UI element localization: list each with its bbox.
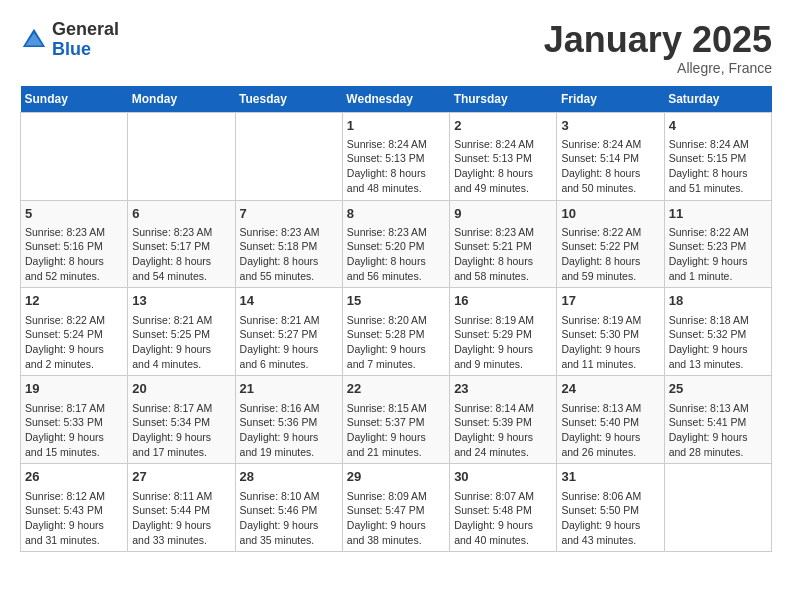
day-info: Daylight: 8 hours and 59 minutes. xyxy=(561,254,659,283)
day-number: 13 xyxy=(132,292,230,310)
day-info: Sunrise: 8:22 AM xyxy=(561,225,659,240)
calendar-cell: 13Sunrise: 8:21 AMSunset: 5:25 PMDayligh… xyxy=(128,288,235,376)
day-number: 30 xyxy=(454,468,552,486)
day-info: Daylight: 9 hours and 24 minutes. xyxy=(454,430,552,459)
day-info: Sunrise: 8:06 AM xyxy=(561,489,659,504)
day-info: Daylight: 9 hours and 19 minutes. xyxy=(240,430,338,459)
day-number: 4 xyxy=(669,117,767,135)
day-info: Sunrise: 8:16 AM xyxy=(240,401,338,416)
calendar-cell: 23Sunrise: 8:14 AMSunset: 5:39 PMDayligh… xyxy=(450,376,557,464)
calendar-cell: 31Sunrise: 8:06 AMSunset: 5:50 PMDayligh… xyxy=(557,464,664,552)
calendar-cell: 11Sunrise: 8:22 AMSunset: 5:23 PMDayligh… xyxy=(664,200,771,288)
calendar-cell xyxy=(128,112,235,200)
day-info: Daylight: 9 hours and 7 minutes. xyxy=(347,342,445,371)
day-info: Sunset: 5:44 PM xyxy=(132,503,230,518)
day-info: Sunrise: 8:14 AM xyxy=(454,401,552,416)
day-info: Sunset: 5:41 PM xyxy=(669,415,767,430)
day-info: Sunrise: 8:17 AM xyxy=(132,401,230,416)
calendar-week-row: 1Sunrise: 8:24 AMSunset: 5:13 PMDaylight… xyxy=(21,112,772,200)
day-of-week-header: Thursday xyxy=(450,86,557,113)
calendar-cell: 8Sunrise: 8:23 AMSunset: 5:20 PMDaylight… xyxy=(342,200,449,288)
calendar-cell: 5Sunrise: 8:23 AMSunset: 5:16 PMDaylight… xyxy=(21,200,128,288)
day-number: 7 xyxy=(240,205,338,223)
calendar-cell: 22Sunrise: 8:15 AMSunset: 5:37 PMDayligh… xyxy=(342,376,449,464)
day-info: Sunrise: 8:11 AM xyxy=(132,489,230,504)
calendar-subtitle: Allegre, France xyxy=(544,60,772,76)
day-number: 21 xyxy=(240,380,338,398)
calendar-cell: 28Sunrise: 8:10 AMSunset: 5:46 PMDayligh… xyxy=(235,464,342,552)
day-number: 14 xyxy=(240,292,338,310)
day-number: 3 xyxy=(561,117,659,135)
day-info: Sunrise: 8:15 AM xyxy=(347,401,445,416)
day-info: Sunrise: 8:22 AM xyxy=(669,225,767,240)
logo-icon xyxy=(20,26,48,54)
calendar-cell: 4Sunrise: 8:24 AMSunset: 5:15 PMDaylight… xyxy=(664,112,771,200)
day-info: Daylight: 9 hours and 28 minutes. xyxy=(669,430,767,459)
day-of-week-header: Friday xyxy=(557,86,664,113)
day-info: Sunset: 5:27 PM xyxy=(240,327,338,342)
day-info: Daylight: 9 hours and 1 minute. xyxy=(669,254,767,283)
day-number: 27 xyxy=(132,468,230,486)
calendar-cell: 27Sunrise: 8:11 AMSunset: 5:44 PMDayligh… xyxy=(128,464,235,552)
day-info: Sunset: 5:14 PM xyxy=(561,151,659,166)
day-info: Sunset: 5:18 PM xyxy=(240,239,338,254)
day-number: 15 xyxy=(347,292,445,310)
day-of-week-header: Wednesday xyxy=(342,86,449,113)
day-info: Daylight: 8 hours and 50 minutes. xyxy=(561,166,659,195)
page-header: General Blue January 2025 Allegre, Franc… xyxy=(20,20,772,76)
calendar-week-row: 26Sunrise: 8:12 AMSunset: 5:43 PMDayligh… xyxy=(21,464,772,552)
day-info: Sunrise: 8:07 AM xyxy=(454,489,552,504)
day-info: Sunset: 5:33 PM xyxy=(25,415,123,430)
day-info: Sunset: 5:32 PM xyxy=(669,327,767,342)
logo-text: General Blue xyxy=(52,20,119,60)
calendar-cell: 15Sunrise: 8:20 AMSunset: 5:28 PMDayligh… xyxy=(342,288,449,376)
day-info: Sunset: 5:39 PM xyxy=(454,415,552,430)
day-info: Sunset: 5:43 PM xyxy=(25,503,123,518)
calendar-cell: 1Sunrise: 8:24 AMSunset: 5:13 PMDaylight… xyxy=(342,112,449,200)
day-info: Sunrise: 8:13 AM xyxy=(561,401,659,416)
day-info: Daylight: 9 hours and 2 minutes. xyxy=(25,342,123,371)
calendar-week-row: 19Sunrise: 8:17 AMSunset: 5:33 PMDayligh… xyxy=(21,376,772,464)
day-of-week-header: Saturday xyxy=(664,86,771,113)
day-info: Sunset: 5:47 PM xyxy=(347,503,445,518)
day-info: Daylight: 9 hours and 4 minutes. xyxy=(132,342,230,371)
day-info: Sunset: 5:20 PM xyxy=(347,239,445,254)
calendar-header-row: SundayMondayTuesdayWednesdayThursdayFrid… xyxy=(21,86,772,113)
day-info: Daylight: 9 hours and 9 minutes. xyxy=(454,342,552,371)
day-info: Sunset: 5:22 PM xyxy=(561,239,659,254)
day-info: Sunrise: 8:20 AM xyxy=(347,313,445,328)
day-info: Daylight: 9 hours and 17 minutes. xyxy=(132,430,230,459)
day-number: 19 xyxy=(25,380,123,398)
day-info: Sunset: 5:48 PM xyxy=(454,503,552,518)
day-info: Sunset: 5:21 PM xyxy=(454,239,552,254)
day-number: 29 xyxy=(347,468,445,486)
day-info: Daylight: 9 hours and 35 minutes. xyxy=(240,518,338,547)
calendar-cell xyxy=(664,464,771,552)
calendar-table: SundayMondayTuesdayWednesdayThursdayFrid… xyxy=(20,86,772,553)
day-info: Daylight: 8 hours and 54 minutes. xyxy=(132,254,230,283)
calendar-cell: 2Sunrise: 8:24 AMSunset: 5:13 PMDaylight… xyxy=(450,112,557,200)
day-number: 26 xyxy=(25,468,123,486)
day-of-week-header: Monday xyxy=(128,86,235,113)
day-info: Sunrise: 8:21 AM xyxy=(240,313,338,328)
calendar-cell: 30Sunrise: 8:07 AMSunset: 5:48 PMDayligh… xyxy=(450,464,557,552)
day-info: Sunset: 5:25 PM xyxy=(132,327,230,342)
day-info: Sunrise: 8:17 AM xyxy=(25,401,123,416)
day-info: Sunset: 5:50 PM xyxy=(561,503,659,518)
calendar-cell: 3Sunrise: 8:24 AMSunset: 5:14 PMDaylight… xyxy=(557,112,664,200)
calendar-cell xyxy=(235,112,342,200)
day-info: Sunrise: 8:09 AM xyxy=(347,489,445,504)
day-number: 1 xyxy=(347,117,445,135)
calendar-week-row: 12Sunrise: 8:22 AMSunset: 5:24 PMDayligh… xyxy=(21,288,772,376)
logo-general: General xyxy=(52,20,119,40)
logo: General Blue xyxy=(20,20,119,60)
calendar-cell xyxy=(21,112,128,200)
day-of-week-header: Sunday xyxy=(21,86,128,113)
title-block: January 2025 Allegre, France xyxy=(544,20,772,76)
day-number: 6 xyxy=(132,205,230,223)
day-info: Sunrise: 8:23 AM xyxy=(25,225,123,240)
logo-blue: Blue xyxy=(52,40,119,60)
day-number: 22 xyxy=(347,380,445,398)
day-number: 2 xyxy=(454,117,552,135)
day-number: 11 xyxy=(669,205,767,223)
